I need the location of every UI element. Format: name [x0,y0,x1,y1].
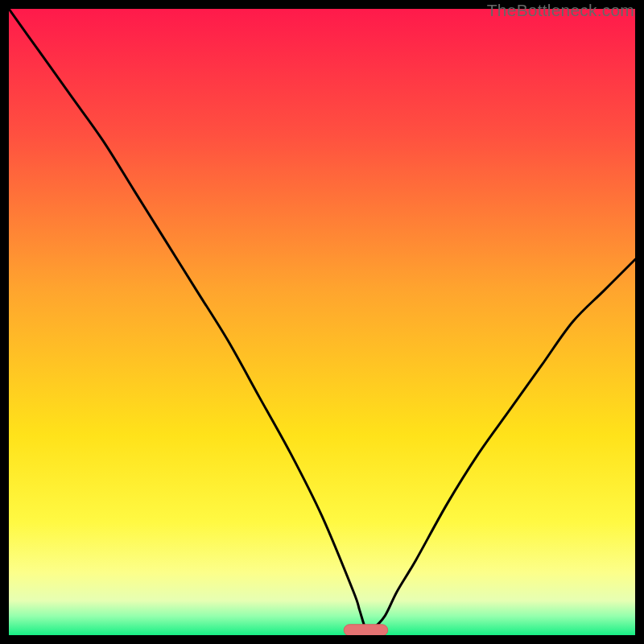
attribution-text: TheBottleneck.com [487,1,634,20]
optimal-marker [344,625,387,635]
chart-frame [9,9,635,635]
gradient-background [9,9,635,635]
bottleneck-chart [9,9,635,635]
